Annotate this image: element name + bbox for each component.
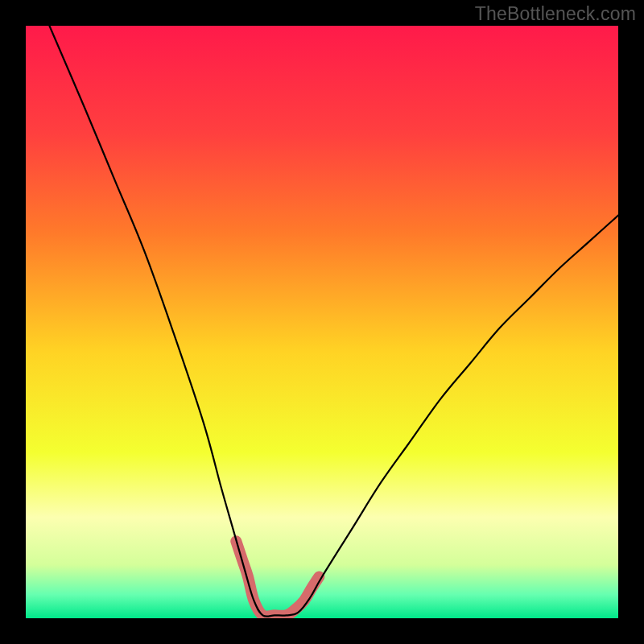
curve-layer (26, 26, 618, 618)
plot-area (26, 26, 618, 618)
bottleneck-curve-path (49, 26, 618, 617)
watermark-text: TheBottleneck.com (475, 3, 636, 25)
chart-frame: TheBottleneck.com (0, 0, 644, 644)
optimal-highlight-path (236, 541, 319, 616)
